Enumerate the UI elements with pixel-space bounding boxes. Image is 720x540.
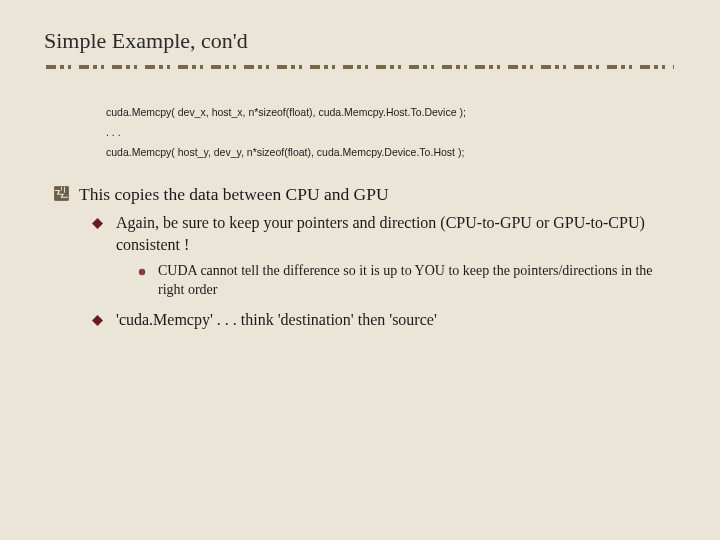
svg-point-1 — [139, 268, 145, 274]
code-ellipsis: . . . — [106, 123, 676, 143]
dot-icon — [138, 268, 148, 276]
code-block: cuda.Memcpy( dev_x, host_x, n*sizeof(flo… — [106, 103, 676, 163]
code-line-2: cuda.Memcpy( host_y, dev_y, n*sizeof(flo… — [106, 143, 676, 163]
slide: Simple Example, con'd cuda.Memcpy( dev_x… — [0, 0, 720, 357]
diamond-icon — [92, 315, 106, 326]
bullet-level3: CUDA cannot tell the difference so it is… — [138, 262, 676, 300]
bullet-text: Again, be sure to keep your pointers and… — [116, 212, 676, 255]
content: This copies the data between CPU and GPU… — [48, 183, 676, 331]
cracked-square-icon — [54, 186, 71, 201]
bullet-text: 'cuda.Memcpy' . . . think 'destination' … — [116, 309, 437, 331]
code-line-1: cuda.Memcpy( dev_x, host_x, n*sizeof(flo… — [106, 103, 676, 123]
diamond-icon — [92, 218, 106, 229]
bullet-level2: 'cuda.Memcpy' . . . think 'destination' … — [92, 309, 676, 331]
divider — [46, 64, 674, 69]
bullet-text: CUDA cannot tell the difference so it is… — [158, 262, 676, 300]
bullet-level2: Again, be sure to keep your pointers and… — [92, 212, 676, 255]
bullet-text: This copies the data between CPU and GPU — [79, 183, 389, 207]
bullet-level1: This copies the data between CPU and GPU — [54, 183, 676, 207]
slide-title: Simple Example, con'd — [44, 28, 676, 54]
